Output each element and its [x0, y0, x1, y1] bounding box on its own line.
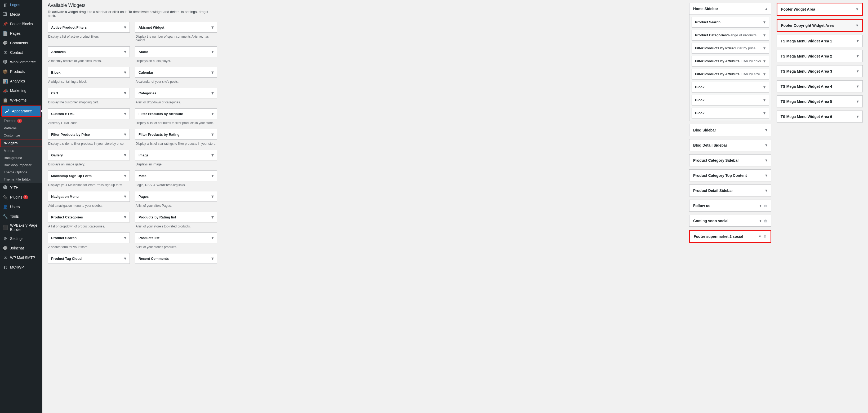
available-widget-recent-comments[interactable]: Recent Comments▾ — [135, 253, 217, 264]
widget-title: Calendar — [138, 70, 211, 75]
available-widget-custom-html[interactable]: Custom HTML▾ — [48, 109, 130, 119]
joinchat-icon: 💬 — [3, 245, 8, 251]
widget-area-ts-mega-menu-widget-area-5: TS Mega Menu Widget Area 5▾ — [777, 95, 863, 107]
chevron-down-icon: ▾ — [211, 90, 214, 96]
wp-mail-smtp-icon: ✉ — [3, 255, 8, 260]
placed-widget[interactable]: Block▾ — [691, 95, 769, 106]
available-widget-archives[interactable]: Archives▾ — [48, 47, 130, 57]
chevron-down-icon: ▾ — [124, 49, 126, 55]
widget-area-header[interactable]: TS Mega Menu Widget Area 1▾ — [777, 35, 862, 47]
widget-area-header[interactable]: Home Sidebar▴ — [689, 3, 771, 14]
widget-area-header[interactable]: TS Mega Menu Widget Area 4▾ — [777, 81, 862, 92]
available-widget-pages[interactable]: Pages▾ — [135, 191, 217, 202]
sidebar-item-pages[interactable]: 📄Pages — [0, 29, 42, 38]
sidebar-item-label: Products — [10, 69, 25, 74]
widget-area-header[interactable]: Footer supermarket 2 social▾🗑 — [690, 231, 771, 242]
available-widget-product-tag-cloud[interactable]: Product Tag Cloud▾ — [48, 253, 130, 264]
sidebar-item-mc4wp[interactable]: ◐MC4WP — [0, 262, 42, 272]
sidebar-item-marketing[interactable]: 📣Marketing — [0, 86, 42, 95]
sidebar-item-yith[interactable]: 🅨YITH — [0, 183, 42, 193]
available-widget-product-search[interactable]: Product Search▾ — [48, 233, 130, 243]
sidebar-item-media[interactable]: 🖼Media — [0, 9, 42, 19]
available-widget-cart[interactable]: Cart▾ — [48, 88, 130, 98]
available-widget-categories[interactable]: Categories▾ — [135, 88, 217, 98]
sidebar-item-products[interactable]: 📦Products — [0, 67, 42, 76]
available-widget-audio[interactable]: Audio▾ — [135, 47, 217, 57]
subitem-widgets[interactable]: Widgets — [0, 139, 42, 147]
available-widget-filter-products-by-rating[interactable]: Filter Products by Rating▾ — [135, 129, 217, 140]
available-widget-image[interactable]: Image▾ — [135, 150, 217, 160]
available-widget-meta[interactable]: Meta▾ — [135, 171, 217, 181]
chevron-down-icon: ▾ — [124, 131, 126, 137]
admin-sidebar: ◧Logos🖼Media📌Footer Blocks📄Pages💬Comment… — [0, 0, 42, 413]
widget-area-header[interactable]: TS Mega Menu Widget Area 3▾ — [777, 65, 862, 77]
sidebar-item-contact[interactable]: ✉Contact — [0, 48, 42, 57]
sidebar-item-tools[interactable]: 🔧Tools — [0, 211, 42, 221]
placed-widget[interactable]: Filter Products by Price: Filter by pric… — [691, 43, 769, 54]
sidebar-item-settings[interactable]: ⚙Settings — [0, 234, 42, 243]
trash-icon[interactable]: 🗑 — [763, 234, 767, 239]
subitem-themes[interactable]: Themes1 — [0, 117, 42, 125]
widget-area-header[interactable]: TS Mega Menu Widget Area 2▾ — [777, 50, 862, 62]
sidebar-item-label: Plugins — [10, 195, 22, 199]
available-widget-active-product-filters[interactable]: Active Product Filters▾ — [48, 22, 130, 33]
subitem-patterns[interactable]: Patterns — [0, 125, 42, 132]
sidebar-item-wp-mail-smtp[interactable]: ✉WP Mail SMTP — [0, 253, 42, 262]
available-widget-filter-products-by-price[interactable]: Filter Products by Price▾ — [48, 129, 130, 140]
subitem-theme-options[interactable]: Theme Options — [0, 169, 42, 176]
placed-widget[interactable]: Block▾ — [691, 108, 769, 118]
widget-area-header[interactable]: Footer Copyright Widget Area▾ — [777, 20, 862, 31]
trash-icon[interactable]: 🗑 — [764, 204, 767, 208]
sidebar-item-wpbakery-page-builder[interactable]: ⬛WPBakery Page Builder — [0, 221, 42, 234]
trash-icon[interactable]: 🗑 — [764, 219, 767, 223]
sidebar-item-wpforms[interactable]: 📋WPForms — [0, 95, 42, 105]
widget-area-title: Blog Sidebar — [693, 128, 765, 132]
sidebar-item-label: Footer Blocks — [10, 22, 33, 26]
widget-title: Product Tag Cloud — [51, 257, 124, 261]
available-widget-filter-products-by-attribute[interactable]: Filter Products by Attribute▾ — [135, 109, 217, 119]
sidebar-item-logos[interactable]: ◧Logos — [0, 0, 42, 9]
placed-widget[interactable]: Filter Products by Attribute: Filter by … — [691, 56, 769, 66]
subitem-boxshop-importer[interactable]: BoxShop Importer — [0, 161, 42, 169]
widget-area-header[interactable]: Coming soon social▾🗑 — [689, 215, 771, 226]
widget-area-product-detail-sidebar: Product Detail Sidebar▾ — [689, 184, 771, 197]
sidebar-item-woocommerce[interactable]: 🅦WooCommerce — [0, 57, 42, 67]
available-widget-product-categories[interactable]: Product Categories▾ — [48, 212, 130, 223]
sidebar-item-analytics[interactable]: 📊Analytics — [0, 76, 42, 86]
sidebar-item-users[interactable]: 👤Users — [0, 202, 42, 211]
subitem-customize[interactable]: Customize — [0, 132, 42, 139]
available-widget-mailchimp-sign-up-form[interactable]: Mailchimp Sign-Up Form▾ — [48, 171, 130, 181]
sidebar-item-footer-blocks[interactable]: 📌Footer Blocks — [0, 19, 42, 29]
placed-widget[interactable]: Filter Products by Attribute: Filter by … — [691, 69, 769, 80]
widget-area-header[interactable]: TS Mega Menu Widget Area 5▾ — [777, 96, 862, 107]
widget-area-header[interactable]: TS Mega Menu Widget Area 6▾ — [777, 111, 862, 122]
placed-widget[interactable]: Product Categories: Range of Products▾ — [691, 30, 769, 40]
available-widget-akismet-widget[interactable]: Akismet Widget▾ — [135, 22, 217, 33]
sidebar-item-comments[interactable]: 💬Comments — [0, 38, 42, 48]
widget-area-header[interactable]: Footer Widget Area▾ — [777, 3, 862, 15]
sidebar-item-label: Appearance — [12, 109, 32, 113]
widget-area-header[interactable]: Blog Sidebar▾ — [689, 124, 771, 136]
available-widget-calendar[interactable]: Calendar▾ — [135, 67, 217, 78]
available-widget-block[interactable]: Block▾ — [48, 67, 130, 78]
sidebar-item-appearance[interactable]: 🖌Appearance — [2, 106, 40, 116]
placed-widget[interactable]: Block▾ — [691, 82, 769, 92]
sidebar-item-label: Pages — [10, 31, 21, 35]
available-widget-navigation-menu[interactable]: Navigation Menu▾ — [48, 191, 130, 202]
subitem-menus[interactable]: Menus — [0, 147, 42, 154]
widget-area-header[interactable]: Product Detail Sidebar▾ — [689, 185, 771, 196]
available-widget-products-by-rating-list[interactable]: Products by Rating list▾ — [135, 212, 217, 223]
chevron-down-icon: ▾ — [763, 33, 766, 38]
widget-area-header[interactable]: Product Category Sidebar▾ — [689, 154, 771, 166]
subitem-background[interactable]: Background — [0, 154, 42, 161]
widget-area-header[interactable]: Product Category Top Content▾ — [689, 170, 771, 181]
placed-widget[interactable]: Product Search▾ — [691, 17, 769, 28]
widget-area-header[interactable]: Follow us▾🗑 — [689, 200, 771, 211]
subitem-theme-file-editor[interactable]: Theme File Editor — [0, 176, 42, 183]
widget-area-header[interactable]: Blog Detail Sidebar▾ — [689, 140, 771, 151]
available-widget-gallery[interactable]: Gallery▾ — [48, 150, 130, 160]
widget-area-title: TS Mega Menu Widget Area 1 — [781, 39, 857, 43]
available-widget-products-list[interactable]: Products list▾ — [135, 233, 217, 243]
sidebar-item-plugins[interactable]: 🔌Plugins1 — [0, 193, 42, 202]
sidebar-item-joinchat[interactable]: 💬Joinchat — [0, 243, 42, 253]
